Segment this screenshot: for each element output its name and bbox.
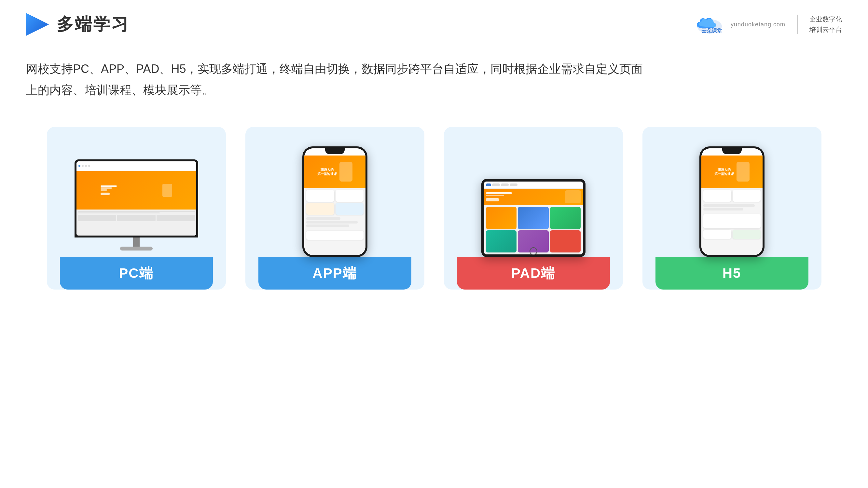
phone-screen: 职通人的第一堂沟通课 xyxy=(304,148,366,255)
app-label: APP端 xyxy=(258,257,411,290)
svg-marker-1 xyxy=(26,13,49,36)
description-line2: 上的内容、培训课程、模块展示等。 xyxy=(26,80,842,101)
pad-card: PAD端 xyxy=(444,127,623,290)
logo-left: 多端学习 xyxy=(26,13,129,36)
pad-label: PAD端 xyxy=(457,257,610,290)
h5-device-image: 职通人的第一堂沟通课 xyxy=(655,147,808,257)
play-triangle-icon xyxy=(26,13,49,36)
logo-title: 多端学习 xyxy=(57,13,129,36)
tablet-container xyxy=(482,179,586,257)
svg-text:云朵课堂: 云朵课堂 xyxy=(701,28,722,33)
app-card: 职通人的第一堂沟通课 xyxy=(245,127,425,290)
pc-card: PC端 xyxy=(47,127,226,290)
pc-device-image xyxy=(60,147,213,257)
header: 多端学习 云朵课堂 yunduoketang.com 企业数字化 培训云平台 xyxy=(0,0,868,45)
tablet-home-button xyxy=(529,247,537,255)
brand-text: yunduoketang.com xyxy=(731,21,785,28)
monitor-screen xyxy=(76,161,196,235)
phone-notch-h5 xyxy=(722,148,742,154)
app-phone: 职通人的第一堂沟通课 xyxy=(302,147,367,257)
description-line1: 网校支持PC、APP、PAD、H5，实现多端打通，终端自由切换，数据同步跨平台自… xyxy=(26,59,842,80)
brand-url: yunduoketang.com xyxy=(731,21,785,28)
h5-phone: 职通人的第一堂沟通课 xyxy=(700,147,765,257)
monitor-frame xyxy=(74,159,198,237)
pc-monitor xyxy=(74,159,198,257)
brand-tagline: 企业数字化 培训云平台 xyxy=(809,14,842,35)
h5-card: 职通人的第一堂沟通课 xyxy=(643,127,822,290)
app-device-image: 职通人的第一堂沟通课 xyxy=(258,147,411,257)
h5-screen: 职通人的第一堂沟通课 xyxy=(701,148,763,255)
pad-tablet xyxy=(482,179,586,257)
logo-right: 云朵课堂 yunduoketang.com 企业数字化 培训云平台 xyxy=(695,14,842,35)
h5-label: H5 xyxy=(655,257,808,290)
tagline-line1: 企业数字化 xyxy=(809,14,842,24)
cards-section: PC端 职通人的第一堂沟通课 xyxy=(0,107,868,309)
description: 网校支持PC、APP、PAD、H5，实现多端打通，终端自由切换，数据同步跨平台自… xyxy=(0,45,868,107)
phone-notch xyxy=(325,148,345,154)
cloud-logo: 云朵课堂 xyxy=(695,14,724,35)
cloud-logo-icon: 云朵课堂 xyxy=(695,14,724,35)
pc-label: PC端 xyxy=(60,257,213,290)
tagline-line2: 培训云平台 xyxy=(809,24,842,35)
pad-device-image xyxy=(457,147,610,257)
tablet-screen xyxy=(484,182,583,254)
divider xyxy=(797,14,798,34)
